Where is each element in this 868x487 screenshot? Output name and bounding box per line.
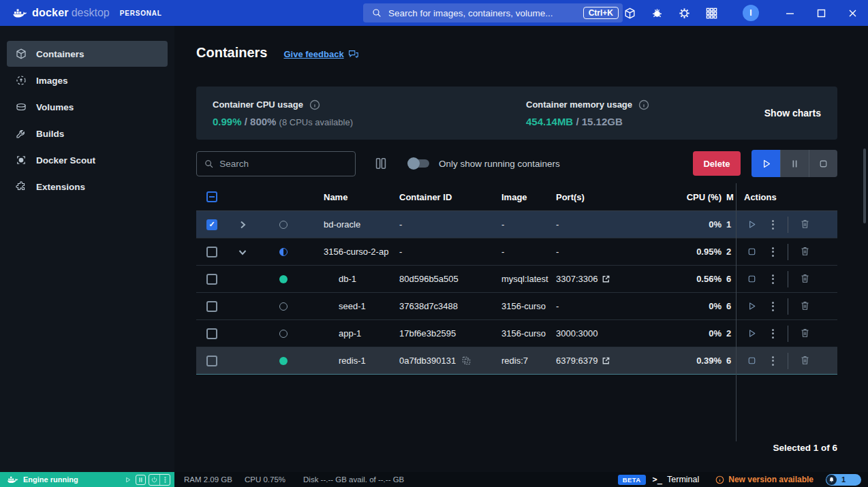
row-delete-button[interactable] (797, 354, 812, 368)
engine-pause-icon[interactable] (136, 475, 146, 485)
columns-layout-icon[interactable] (373, 156, 388, 171)
sidebar-item-images[interactable]: Images (7, 67, 168, 93)
row-delete-button[interactable] (797, 299, 812, 314)
copy-icon[interactable] (462, 356, 471, 365)
container-ports[interactable]: - (556, 301, 559, 311)
start-stop-button[interactable] (744, 354, 759, 368)
row-checkbox[interactable] (206, 274, 217, 285)
sidebar-item-label: Containers (36, 49, 84, 59)
scrollbar-thumb[interactable] (863, 148, 866, 223)
row-delete-button[interactable] (797, 272, 812, 287)
memory-usage-label: Container memory usage (526, 99, 632, 110)
more-actions-button[interactable] (766, 272, 779, 287)
container-name[interactable]: redis-1 (339, 356, 366, 366)
row-delete-button[interactable] (797, 326, 812, 341)
table-row[interactable]: seed-1 37638d7c3488 3156-curso - 0% 6 (196, 293, 837, 320)
start-stop-button[interactable] (744, 217, 759, 232)
column-image[interactable]: Image (501, 192, 556, 202)
table-row[interactable]: redis-1 0a7fdb390131 redis:7 6379:6379 0… (196, 347, 837, 375)
container-image[interactable]: 3156-curso (501, 301, 546, 311)
container-image[interactable]: mysql:latest (501, 274, 548, 284)
container-name[interactable]: bd-oracle (324, 219, 360, 230)
table-row[interactable]: 3156-curso-2-ap - - - 0.95% 2 (196, 238, 837, 266)
info-icon[interactable] (638, 99, 649, 110)
expand-chevron-icon[interactable] (238, 220, 247, 230)
container-ports[interactable]: 3000:3000 (556, 328, 598, 339)
column-divider[interactable] (736, 183, 737, 441)
engine-more-icon[interactable] (159, 475, 170, 485)
avatar[interactable]: I (743, 5, 759, 21)
start-stop-button[interactable] (744, 272, 759, 287)
row-checkbox[interactable] (206, 328, 217, 339)
notifications-button[interactable]: 1 (826, 474, 861, 486)
close-button[interactable] (837, 0, 868, 26)
start-stop-button[interactable] (744, 299, 759, 314)
container-name[interactable]: app-1 (339, 328, 361, 339)
container-name[interactable]: db-1 (339, 274, 356, 284)
row-delete-button[interactable] (797, 217, 812, 232)
engine-power-icon[interactable] (149, 475, 159, 485)
sidebar-item-docker-scout[interactable]: Docker Scout (7, 147, 168, 173)
more-actions-button[interactable] (766, 217, 779, 232)
more-actions-button[interactable] (766, 354, 779, 368)
container-image[interactable]: - (501, 247, 504, 257)
running-only-toggle[interactable] (409, 159, 429, 168)
global-search-bar[interactable]: Search for images, containers, volume...… (363, 3, 623, 22)
bulk-delete-button[interactable]: Delete (693, 151, 741, 176)
table-row[interactable]: db-1 80d596b5a505 mysql:latest 3307:3306… (196, 266, 837, 293)
column-name[interactable]: Name (309, 192, 399, 202)
minimize-button[interactable] (774, 0, 805, 26)
container-ports[interactable]: 6379:6379 (556, 356, 598, 366)
bulk-stop-button[interactable] (809, 150, 837, 177)
row-delete-button[interactable] (797, 245, 812, 260)
info-icon[interactable] (309, 99, 320, 110)
start-stop-button[interactable] (744, 245, 759, 260)
external-link-icon[interactable] (602, 356, 610, 365)
row-checkbox[interactable] (206, 356, 217, 366)
row-checkbox[interactable] (206, 247, 217, 257)
table-row[interactable]: app-1 17bf6e3b2595 3156-curso 3000:3000 … (196, 320, 837, 347)
give-feedback-link[interactable]: Give feedback (283, 49, 358, 59)
bulk-pause-button[interactable] (780, 150, 809, 177)
show-charts-button[interactable]: Show charts (764, 108, 821, 119)
external-link-icon[interactable] (602, 274, 610, 283)
bulk-start-button[interactable] (751, 150, 780, 177)
bug-report-icon[interactable] (651, 7, 664, 20)
container-ports[interactable]: - (556, 247, 559, 257)
table-row[interactable]: bd-oracle - - - 0% 1 (196, 211, 837, 238)
engine-start-icon[interactable] (123, 475, 133, 485)
more-actions-button[interactable] (766, 326, 779, 341)
container-image[interactable]: - (501, 219, 504, 230)
terminal-button[interactable]: Terminal (667, 475, 699, 484)
container-search[interactable] (196, 151, 356, 176)
column-ports[interactable]: Port(s) (556, 192, 640, 202)
sidebar-item-builds[interactable]: Builds (7, 121, 168, 146)
container-image[interactable]: redis:7 (501, 356, 528, 366)
container-ports[interactable]: - (556, 219, 559, 230)
container-name[interactable]: seed-1 (339, 301, 366, 311)
package-icon[interactable] (623, 7, 636, 20)
container-name[interactable]: 3156-curso-2-ap (324, 247, 388, 257)
memory-usage-total: 15.12GB (582, 116, 623, 127)
apps-grid-icon[interactable] (705, 7, 718, 20)
sidebar-item-extensions[interactable]: Extensions (7, 174, 168, 200)
search-input[interactable] (219, 159, 348, 169)
container-ports[interactable]: 3307:3306 (556, 274, 598, 284)
row-checkbox[interactable] (206, 301, 217, 312)
column-clipped[interactable]: M (722, 192, 736, 202)
settings-gear-icon[interactable] (678, 7, 691, 20)
select-all-checkbox[interactable] (206, 191, 217, 202)
start-stop-button[interactable] (744, 326, 759, 341)
column-container-id[interactable]: Container ID (399, 192, 501, 202)
row-checkbox[interactable] (206, 219, 217, 230)
container-image[interactable]: 3156-curso (501, 328, 546, 339)
engine-status[interactable]: Engine running (0, 472, 174, 487)
sidebar-item-containers[interactable]: Containers (7, 41, 168, 67)
expand-chevron-icon[interactable] (238, 247, 247, 257)
sidebar-item-volumes[interactable]: Volumes (7, 94, 168, 120)
update-notice[interactable]: New version available (715, 475, 813, 484)
maximize-button[interactable] (805, 0, 837, 26)
column-cpu[interactable]: CPU (%) (640, 192, 722, 202)
more-actions-button[interactable] (766, 245, 779, 260)
more-actions-button[interactable] (766, 299, 779, 314)
